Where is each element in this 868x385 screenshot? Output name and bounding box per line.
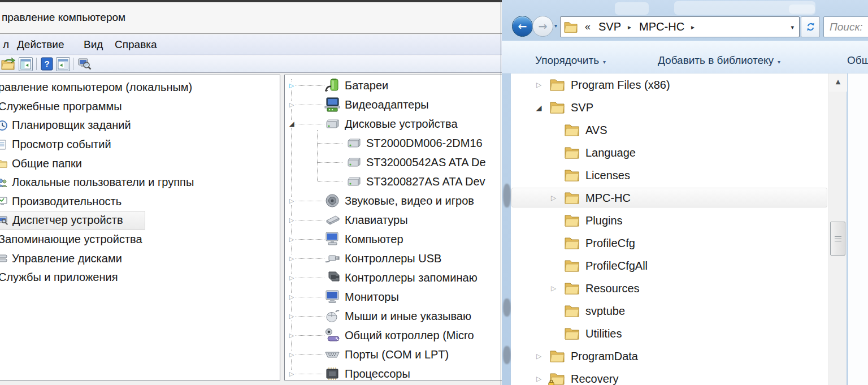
menu-view[interactable]: Вид [84, 38, 103, 51]
expander-icon[interactable]: ◢ [288, 120, 296, 128]
breadcrumb-item[interactable]: MPC-HC [639, 20, 684, 33]
refresh-button[interactable] [801, 16, 820, 37]
cm-tree-item[interactable]: Запоминающие устройства [0, 230, 280, 249]
device-tree-item[interactable]: ▷Порты (COM и LPT) [285, 345, 510, 364]
device-tree-item[interactable]: ▷Контроллеры USB [285, 249, 510, 268]
expander-icon[interactable]: ▷ [288, 236, 296, 243]
folder-back-icon[interactable] [1, 57, 15, 71]
cm-tree-item[interactable]: Службы и приложения [0, 268, 280, 287]
folder-tree-item[interactable]: ▷ProgramData [511, 345, 828, 367]
expander-icon[interactable]: ▷ [534, 81, 544, 89]
device-label: Клавиатуры [345, 214, 408, 227]
device-tree-item[interactable]: ▷Компьютер [285, 230, 510, 249]
cm-tree-item[interactable]: равление компьютером (локальным) [0, 78, 280, 97]
toolbar-button[interactable]: Упорядочить▾ [535, 54, 606, 67]
breadcrumb-item[interactable]: SVP [598, 20, 621, 33]
usb-icon [324, 251, 340, 266]
cm-tree-item[interactable]: Локальные пользователи и группы [0, 173, 280, 192]
folder-tree-item[interactable]: ▷Program Files (x86) [511, 73, 828, 96]
device-tree-item[interactable]: ▷Клавиатуры [285, 210, 510, 230]
cm-tree-item[interactable]: Общие папки [0, 154, 280, 173]
cm-tree-item[interactable]: Диспетчер устройств [0, 211, 145, 230]
expander-icon[interactable]: ▷ [288, 332, 296, 339]
expander-icon[interactable]: ▷ [288, 101, 296, 109]
expander-icon[interactable]: ▷ [549, 194, 558, 202]
scroll-up-button[interactable]: ▲ [829, 73, 847, 92]
devmanager-icon [0, 215, 8, 226]
expander-icon[interactable]: ▷ [288, 313, 296, 320]
device-tree-item[interactable]: ST32000542AS ATA De [285, 153, 510, 172]
device-tree-item[interactable]: ST3200827AS ATA Dev [285, 172, 510, 191]
keyboard-icon [324, 213, 340, 227]
expander-icon[interactable]: ▷ [288, 217, 296, 224]
cm-tree-item[interactable]: Служебные программы [0, 97, 280, 116]
device-tree-item[interactable]: ▷Контроллеры запоминаю [285, 268, 510, 287]
folder-tree-item[interactable]: Plugins [511, 209, 828, 232]
menu-action[interactable]: Действие [17, 38, 64, 51]
nav-pane-scrollbar[interactable]: ▲ [828, 73, 847, 385]
address-dropdown-caret-icon[interactable]: ▾ [791, 24, 794, 31]
scrollbar-thumb[interactable] [830, 222, 845, 256]
toolbar-button[interactable]: Добавить в библиотеку▾ [658, 54, 780, 67]
device-tree-item[interactable]: ▷Процессоры [285, 364, 510, 380]
folder-tree-item[interactable]: svptube [511, 300, 828, 322]
device-tree-item[interactable]: ST2000DM006-2DM16 [285, 133, 510, 153]
menu-file[interactable]: л [3, 38, 9, 51]
device-label: Мыши и иные указываю [345, 310, 471, 323]
expander-icon[interactable]: ▷ [549, 284, 558, 292]
expander-icon[interactable]: ◢ [534, 103, 544, 112]
device-tree-item[interactable]: ▷Мониторы [285, 287, 510, 306]
folder-tree-item[interactable]: ▷Recovery [511, 367, 828, 385]
device-tree-item[interactable]: ▷Мыши и иные указываю [285, 306, 510, 326]
device-tree-item[interactable]: ▷Общий котроллер (Micro [285, 326, 510, 345]
folder-tree-item[interactable]: ▷MPC-HC [511, 187, 828, 209]
file-list-pane [848, 73, 868, 385]
battery-icon [324, 78, 340, 93]
device-tree-item[interactable]: ◢Дисковые устройства [285, 114, 510, 133]
folder-tree-item[interactable]: AVS [511, 119, 828, 141]
folder-tree-item[interactable]: Utilities [511, 322, 828, 345]
device-label: ST2000DM006-2DM16 [366, 137, 483, 150]
device-label: Общий котроллер (Micro [345, 329, 474, 342]
help-icon[interactable]: ? [41, 57, 53, 71]
folder-tree-item[interactable]: ProfileCfg [511, 232, 828, 254]
folder-tree-item[interactable]: ProfileCfgAll [511, 254, 828, 277]
cm-tree-item[interactable]: Производительность [0, 192, 280, 211]
toolbar-button[interactable]: Общ [847, 54, 868, 67]
menu-help[interactable]: Справка [115, 38, 157, 51]
cm-tree-item-label: Служебные программы [0, 100, 122, 113]
find-computer-icon[interactable] [77, 57, 92, 71]
console-tree-toggle-icon[interactable] [19, 57, 33, 71]
expander-icon[interactable]: ▷ [288, 197, 296, 205]
expander-icon[interactable]: ▷ [288, 82, 296, 89]
cm-tree-item[interactable]: Просмотр событий [0, 135, 280, 154]
folder-tree-item[interactable]: ◢SVP [511, 96, 828, 119]
expander-icon[interactable]: ▷ [534, 375, 544, 383]
device-label: Порты (COM и LPT) [345, 348, 449, 361]
cm-window-title: правление компьютером [2, 11, 125, 24]
expander-icon[interactable]: ▷ [534, 352, 544, 360]
forward-button[interactable]: → [532, 16, 553, 37]
folder-tree-item[interactable]: ▷Resources [511, 277, 828, 300]
device-label: ST32000542AS ATA De [366, 156, 486, 169]
device-tree-item[interactable]: ▷Видеоадаптеры [285, 95, 510, 114]
cm-tree-item[interactable]: Планировщик заданий [0, 116, 280, 135]
expander-icon[interactable]: ▷ [288, 293, 296, 301]
folder-label: Resources [585, 282, 640, 295]
expander-icon[interactable]: ▷ [288, 255, 296, 262]
device-tree-item[interactable]: ▷Звуковые, видео и игров [285, 191, 510, 210]
device-tree-item[interactable]: ▷Батареи [285, 76, 510, 95]
expander-icon[interactable]: ▷ [288, 274, 296, 282]
recent-pages-caret-icon[interactable]: ▾ [554, 23, 557, 29]
folder-tree-item[interactable]: Licenses [511, 164, 828, 187]
action-pane-toggle-icon[interactable] [56, 57, 70, 71]
back-button[interactable]: ← [512, 16, 533, 37]
device-label: Дисковые устройства [345, 118, 458, 131]
address-bar[interactable]: «SVP▸MPC-HC▸ ▾ [560, 16, 800, 37]
folder-tree-item[interactable]: Language [511, 141, 828, 164]
expander-icon[interactable]: ▷ [288, 351, 296, 358]
expander-icon[interactable]: ▷ [288, 370, 296, 378]
search-input[interactable] [824, 17, 868, 37]
cm-tree-item[interactable]: Управление дисками [0, 249, 280, 268]
chevrons-icon: « [585, 21, 591, 33]
